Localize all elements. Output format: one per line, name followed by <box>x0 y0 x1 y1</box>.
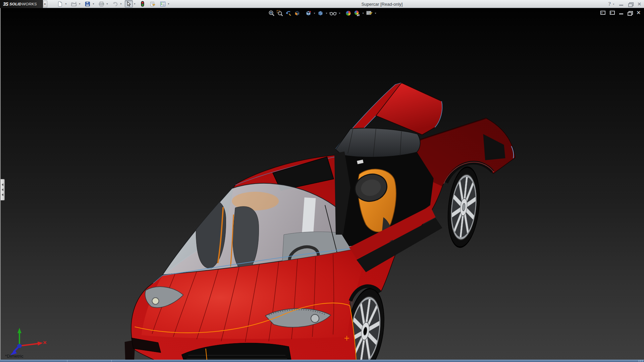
help-button[interactable]: ? <box>608 1 611 7</box>
save-floppy-icon <box>85 1 90 7</box>
document-restore-icon <box>628 11 632 15</box>
zoom-to-area-button[interactable] <box>276 9 284 17</box>
previous-view-icon <box>285 10 292 16</box>
options-button[interactable] <box>159 0 167 7</box>
undo-dropdown[interactable]: ▾ <box>119 0 123 7</box>
select-dropdown[interactable]: ▾ <box>133 0 137 7</box>
rebuild-traffic-light-icon <box>141 1 144 7</box>
hide-show-items-button[interactable] <box>329 9 337 17</box>
edit-appearance-button[interactable] <box>344 9 352 17</box>
minimize-button[interactable] <box>619 2 623 6</box>
triad-y-axis <box>17 328 21 346</box>
apply-scene-icon <box>354 10 360 16</box>
file-properties-icon <box>150 1 156 7</box>
document-window-controls: ◂ ▸ ✕ <box>600 10 641 16</box>
status-separator <box>111 360 112 362</box>
view-orientation-dropdown[interactable]: ▾ <box>313 12 316 15</box>
document-restore-button[interactable] <box>628 11 632 15</box>
dassault-3s-icon: 3S <box>3 1 8 7</box>
apply-scene-dropdown[interactable]: ▾ <box>362 12 365 15</box>
new-document-dropdown[interactable]: ▾ <box>64 0 68 7</box>
pane-right-arrow-icon: ▸ <box>610 11 612 14</box>
collapse-arrow-icon <box>2 193 3 196</box>
options-dropdown[interactable]: ▾ <box>167 0 170 7</box>
section-view-icon <box>294 10 301 16</box>
open-dropdown[interactable]: ▾ <box>78 0 82 7</box>
graphics-viewport[interactable]: ◂ ▸ ✕ <box>0 8 644 360</box>
save-dropdown[interactable]: ▾ <box>92 0 95 7</box>
restore-icon <box>628 2 632 6</box>
document-minimize-icon <box>619 11 623 14</box>
model-supercar[interactable] <box>1 8 644 360</box>
open-button[interactable] <box>70 0 78 7</box>
select-cursor-icon <box>126 1 131 7</box>
print-dropdown[interactable]: ▾ <box>105 0 109 7</box>
rebuild-button[interactable] <box>139 0 147 7</box>
options-checklist-icon <box>160 1 166 7</box>
appearance-ball-icon <box>345 10 352 16</box>
select-button[interactable] <box>125 0 133 7</box>
solidworks-logo: 3S SOLID WORKS <box>0 0 43 8</box>
undo-button[interactable] <box>111 0 119 7</box>
status-separator <box>67 360 67 362</box>
next-window-button[interactable]: ▸ <box>610 11 615 15</box>
feature-manager-collapsed-tab[interactable] <box>1 179 5 200</box>
menu-expand-arrow-icon: ▸ <box>44 2 46 5</box>
resize-grip[interactable] <box>639 360 643 362</box>
zoom-to-fit-icon <box>268 10 275 16</box>
collapse-arrow-icon <box>2 188 3 191</box>
brand-solid: SOLID <box>9 2 21 6</box>
display-style-dropdown[interactable]: ▾ <box>325 12 328 15</box>
restore-button[interactable] <box>628 2 632 6</box>
headsup-view-toolbar: ▾ ▾ ▾ <box>268 9 377 17</box>
view-orientation-button[interactable] <box>305 9 312 17</box>
main-toolbar: ▾ ▾ ▾ <box>56 0 172 7</box>
display-style-cube-icon <box>317 10 324 16</box>
zoom-to-area-icon <box>277 10 283 16</box>
title-bar: 3S SOLID WORKS ▸ ▾ ▾ <box>0 0 644 8</box>
display-style-button[interactable] <box>317 9 324 17</box>
new-document-icon <box>57 1 63 7</box>
triad-x-axis <box>19 341 46 346</box>
save-button[interactable] <box>84 0 92 7</box>
apply-scene-button[interactable] <box>353 9 361 17</box>
pane-left-arrow-icon: ◂ <box>601 11 602 14</box>
file-properties-button[interactable] <box>149 0 157 7</box>
view-settings-button[interactable] <box>365 9 373 17</box>
menu-expand-button[interactable]: ▸ <box>43 1 47 7</box>
help-dropdown[interactable]: ▾ <box>613 3 614 6</box>
open-folder-icon <box>71 1 77 7</box>
previous-window-button[interactable]: ◂ <box>600 11 605 15</box>
print-button[interactable] <box>97 0 105 7</box>
view-orientation-label: *Dimetric <box>5 354 23 359</box>
section-view-button[interactable] <box>293 9 301 17</box>
document-minimize-button[interactable] <box>619 11 623 14</box>
document-title: Supercar [Read-only] <box>362 0 403 8</box>
new-document-button[interactable] <box>56 0 64 7</box>
status-bar <box>0 360 644 362</box>
eyeglasses-icon <box>329 10 337 16</box>
collapse-arrow-icon <box>2 183 3 186</box>
view-orientation-cube-icon <box>305 10 312 16</box>
view-settings-icon <box>366 10 373 16</box>
view-settings-dropdown[interactable]: ▾ <box>374 12 377 15</box>
window-controls: ? ▾ ✕ <box>608 0 641 8</box>
minimize-icon <box>619 2 623 6</box>
brand-works: WORKS <box>22 2 37 6</box>
printer-icon <box>99 1 104 7</box>
undo-arrow-icon <box>112 1 118 7</box>
hide-show-items-dropdown[interactable]: ▾ <box>338 12 341 15</box>
previous-view-button[interactable] <box>284 9 292 17</box>
document-close-button[interactable]: ✕ <box>636 10 641 16</box>
zoom-to-fit-button[interactable] <box>268 9 275 17</box>
close-button[interactable]: ✕ <box>637 1 641 7</box>
